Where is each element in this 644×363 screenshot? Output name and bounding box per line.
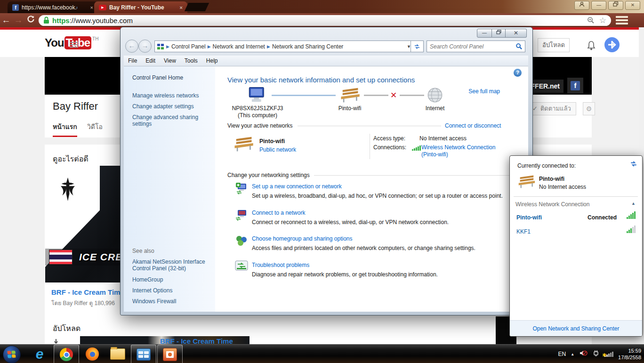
menu-view[interactable]: View <box>160 57 180 64</box>
minimize-button[interactable]: — <box>477 29 492 38</box>
wifi-item-kkf1[interactable]: KKF1 <box>516 228 531 235</box>
back-button[interactable]: ← <box>125 40 138 53</box>
upload-button[interactable]: อัปโหลด <box>538 38 570 52</box>
tab-home[interactable]: หน้าแรก <box>53 121 77 137</box>
reload-icon[interactable] <box>24 15 37 25</box>
control-panel-search[interactable] <box>427 40 525 52</box>
sidebar-item-home[interactable]: Control Panel Home <box>132 74 207 81</box>
wifi-flyout: Currently connected to: Pinto-wifi No In… <box>509 155 643 337</box>
avatar[interactable] <box>604 37 620 52</box>
browser-menu-icon[interactable] <box>616 16 632 24</box>
profile-button[interactable] <box>574 1 589 10</box>
computer-icon[interactable] <box>247 86 268 104</box>
tab-facebook[interactable]: f https://www.facebook.con × <box>8 1 98 13</box>
connections-label: Connections: <box>373 144 406 151</box>
lock-icon <box>43 16 49 24</box>
network-status-icon[interactable]: ✱ <box>604 352 613 357</box>
clock[interactable]: 15:59 17/8/2558 <box>618 347 641 361</box>
maximize-button[interactable] <box>492 29 506 38</box>
signal-icon <box>627 226 636 233</box>
menu-edit[interactable]: Edit <box>141 57 160 64</box>
breadcrumb-sharing-center[interactable]: Network and Sharing Center <box>272 43 343 50</box>
sidebar-item-homegroup[interactable]: HomeGroup <box>132 276 207 283</box>
taskbar-item-chrome[interactable] <box>54 345 79 363</box>
close-button[interactable]: ✕ <box>506 29 527 38</box>
notifications-bell-icon[interactable] <box>586 40 596 53</box>
menu-tools[interactable]: Tools <box>180 57 202 64</box>
bookmark-star-icon[interactable]: ☆ <box>599 16 606 25</box>
sidebar-item-akamai[interactable]: Akamai NetSession Interface Control Pane… <box>132 258 207 272</box>
menu-help[interactable]: Help <box>202 57 222 64</box>
taskbar-item-firefox[interactable] <box>80 345 105 363</box>
minimize-button[interactable]: — <box>591 1 606 10</box>
address-bar[interactable]: https://www.youtube.com ☆ <box>39 15 611 26</box>
sidebar-item-manage-wireless[interactable]: Manage wireless networks <box>132 92 207 99</box>
youtube-tab-icon: ▶ <box>99 5 106 10</box>
close-button[interactable]: ✕ <box>625 1 640 10</box>
search-icon[interactable] <box>515 43 523 50</box>
channel-title: Bay Riffer <box>53 100 98 113</box>
help-icon[interactable]: ? <box>514 69 522 77</box>
hidden-icons-arrow[interactable]: ▲ <box>571 352 574 356</box>
breadcrumb-network-internet[interactable]: Network and Internet <box>213 43 265 50</box>
address-breadcrumb-bar[interactable]: ▶ Control Panel ▶ Network and Internet ▶… <box>154 40 413 52</box>
task-setup-connection-link[interactable]: Set up a new connection or network <box>252 183 342 190</box>
video-title-link[interactable]: BRF - Ice Cream Time <box>51 288 124 296</box>
forward-icon[interactable]: → <box>12 15 24 25</box>
sidebar-item-adapter-settings[interactable]: Change adapter settings <box>132 103 207 110</box>
search-input[interactable] <box>427 43 515 50</box>
power-plug-icon[interactable] <box>592 349 600 359</box>
taskbar-item-explorer[interactable] <box>105 345 130 363</box>
gear-icon: ⚙ <box>586 105 592 113</box>
open-sharing-center-link[interactable]: Open Network and Sharing Center <box>532 325 619 332</box>
zoom-icon[interactable] <box>587 16 595 24</box>
see-full-map-link[interactable]: See full map <box>468 88 500 95</box>
connect-disconnect-link[interactable]: Connect or disconnect <box>445 122 501 129</box>
tab-close-icon[interactable]: × <box>180 5 183 10</box>
task-setup-connection-desc: Set up a wireless, broadband, dial-up, a… <box>252 193 503 199</box>
guide-menu-icon[interactable] <box>70 42 78 49</box>
divider <box>314 175 516 176</box>
sidebar-item-advanced-sharing[interactable]: Change advanced sharing settings <box>132 114 207 127</box>
network-bench-icon[interactable] <box>338 86 361 103</box>
forward-button[interactable]: → <box>138 40 152 53</box>
banner-facebook-icon[interactable]: f <box>567 78 583 94</box>
back-icon[interactable]: ← <box>0 15 12 25</box>
browser-window-controls: — ✕ <box>574 1 640 10</box>
new-tab-button[interactable] <box>185 3 209 11</box>
menu-file[interactable]: File <box>124 57 141 64</box>
refresh-icon[interactable] <box>630 161 637 167</box>
public-network-link[interactable]: Public network <box>259 146 296 153</box>
taskbar-item-ie[interactable]: e <box>27 345 52 363</box>
access-type-label: Access type: <box>373 135 405 142</box>
browser-tabstrip: f https://www.facebook.con × ▶ Bay Riffe… <box>0 0 644 13</box>
tab-close-icon[interactable]: × <box>90 5 93 10</box>
task-connect-network-link[interactable]: Connect to a network <box>252 210 305 216</box>
taskbar-item-control-panel[interactable] <box>131 345 156 363</box>
uploads-heading: อัปโหลด <box>53 323 80 334</box>
sidebar-item-windows-firewall[interactable]: Windows Firewall <box>132 298 207 305</box>
start-button[interactable] <box>3 346 21 363</box>
tray-time: 15:59 <box>618 347 641 354</box>
tab-youtube-title: Bay Riffer - YouTube <box>109 4 164 11</box>
task-homegroup-link[interactable]: Choose homegroup and sharing options <box>252 235 352 242</box>
subscribed-button[interactable]: ✓ ติดตามแล้ว <box>527 102 576 115</box>
restore-button[interactable] <box>608 1 623 10</box>
sidebar-item-internet-options[interactable]: Internet Options <box>132 287 207 294</box>
windows-flag-icon <box>7 350 16 358</box>
channel-settings-button[interactable]: ⚙ <box>583 102 595 115</box>
wifi-item-pinto[interactable]: Pinto-wifi <box>516 214 542 221</box>
internet-globe-icon[interactable] <box>426 86 444 104</box>
wireless-connection-link2[interactable]: (Pinto-wifi) <box>421 151 448 158</box>
tab-youtube[interactable]: ▶ Bay Riffer - YouTube × <box>94 1 187 13</box>
refresh-button[interactable] <box>411 40 424 52</box>
language-indicator[interactable]: EN <box>558 351 566 357</box>
task-troubleshoot-link[interactable]: Troubleshoot problems <box>252 262 309 268</box>
wireless-section-header[interactable]: Wireless Network Connection <box>515 201 589 208</box>
chevron-up-icon[interactable]: ▲ <box>631 201 636 206</box>
wireless-connection-link[interactable]: Wireless Network Connection <box>421 144 495 151</box>
taskbar-item-powerpoint[interactable] <box>157 345 183 363</box>
volume-muted-icon[interactable] <box>579 349 588 359</box>
breadcrumb-control-panel[interactable]: Control Panel <box>171 43 206 50</box>
tab-videos[interactable]: วิดีโอ <box>87 121 103 132</box>
